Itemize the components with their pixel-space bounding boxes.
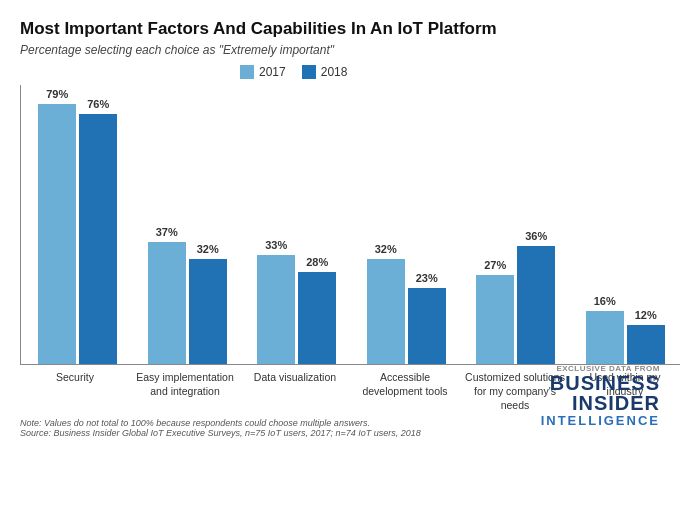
bar-2017-2: 33% xyxy=(257,255,295,364)
watermark-line2: INSIDER xyxy=(541,393,660,413)
chart-legend: 2017 2018 xyxy=(240,65,680,79)
bar-2018-4: 36% xyxy=(517,246,555,364)
watermark-main: BUSINESS xyxy=(541,373,660,393)
bar-value-2017-4: 27% xyxy=(476,259,514,271)
bar-group-4: 27%36% xyxy=(461,246,571,364)
bar-2017-1: 37% xyxy=(148,242,186,364)
bar-2017-3: 32% xyxy=(367,259,405,364)
x-label-1: Easy implementation and integration xyxy=(130,371,240,412)
bars-1: 37%32% xyxy=(148,242,227,364)
x-label-0: Security xyxy=(20,371,130,412)
bar-value-2017-2: 33% xyxy=(257,239,295,251)
footer-notes: Note: Values do not total to 100% becaus… xyxy=(20,418,550,438)
bar-value-2017-5: 16% xyxy=(586,295,624,307)
legend-box-2017 xyxy=(240,65,254,79)
bar-group-3: 32%23% xyxy=(352,259,462,364)
bar-group-2: 33%28% xyxy=(242,255,352,364)
legend-item-2018: 2018 xyxy=(302,65,348,79)
x-label-3: Accessible development tools xyxy=(350,371,460,412)
bars-2: 33%28% xyxy=(257,255,336,364)
x-label-2: Data visualization xyxy=(240,371,350,412)
bar-value-2018-2: 28% xyxy=(298,256,336,268)
legend-label-2017: 2017 xyxy=(259,65,286,79)
footer-source: Source: Business Insider Global IoT Exec… xyxy=(20,428,550,438)
bar-2018-1: 32% xyxy=(189,259,227,364)
bar-2018-5: 12% xyxy=(627,325,665,364)
legend-box-2018 xyxy=(302,65,316,79)
bars-5: 16%12% xyxy=(586,311,665,364)
bar-2018-0: 76% xyxy=(79,114,117,364)
chart-title: Most Important Factors And Capabilities … xyxy=(20,18,680,39)
bar-group-1: 37%32% xyxy=(133,242,243,364)
footer-note: Note: Values do not total to 100% becaus… xyxy=(20,418,550,428)
bars-3: 32%23% xyxy=(367,259,446,364)
legend-item-2017: 2017 xyxy=(240,65,286,79)
watermark: EXCLUSIVE DATA FROM BUSINESS INSIDER INT… xyxy=(541,364,660,428)
chart-container: Most Important Factors And Capabilities … xyxy=(20,18,680,438)
bar-group-0: 79%76% xyxy=(23,104,133,364)
bar-2017-4: 27% xyxy=(476,275,514,364)
bar-value-2018-1: 32% xyxy=(189,243,227,255)
bar-value-2018-4: 36% xyxy=(517,230,555,242)
bars-0: 79%76% xyxy=(38,104,117,364)
bar-value-2017-0: 79% xyxy=(38,88,76,100)
bar-group-5: 16%12% xyxy=(571,311,681,364)
bar-value-2018-5: 12% xyxy=(627,309,665,321)
bar-value-2018-0: 76% xyxy=(79,98,117,110)
bar-value-2017-1: 37% xyxy=(148,226,186,238)
bar-2017-5: 16% xyxy=(586,311,624,364)
watermark-sub: INTELLIGENCE xyxy=(541,413,660,428)
chart-wrapper: 79%76%37%32%33%28%32%23%27%36%16%12% Sec… xyxy=(20,85,680,438)
legend-label-2018: 2018 xyxy=(321,65,348,79)
bars-4: 27%36% xyxy=(476,246,555,364)
bar-2017-0: 79% xyxy=(38,104,76,364)
bar-2018-3: 23% xyxy=(408,288,446,364)
chart-area: 79%76%37%32%33%28%32%23%27%36%16%12% xyxy=(20,85,680,365)
chart-subtitle: Percentage selecting each choice as "Ext… xyxy=(20,43,680,57)
bar-value-2017-3: 32% xyxy=(367,243,405,255)
bar-value-2018-3: 23% xyxy=(408,272,446,284)
bar-2018-2: 28% xyxy=(298,272,336,364)
